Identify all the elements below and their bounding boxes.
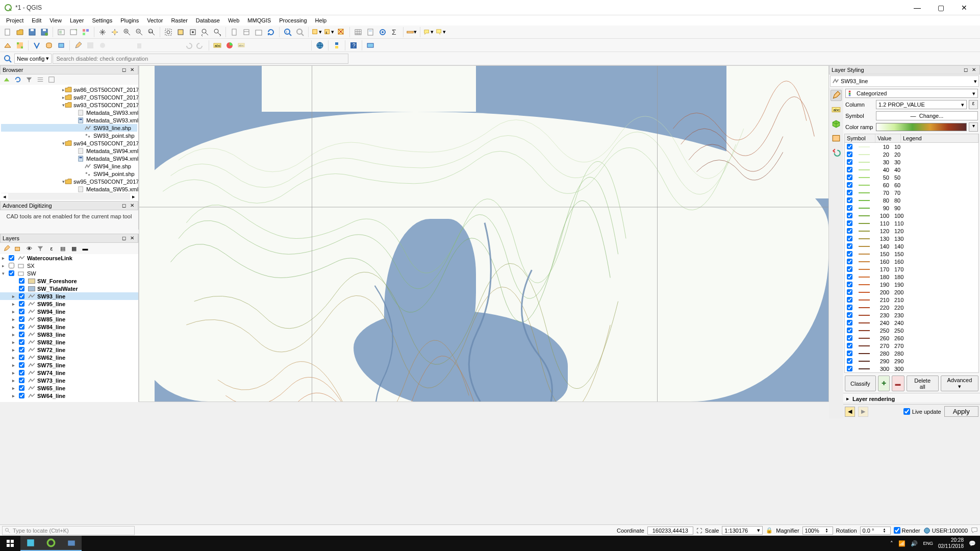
menu-help[interactable]: Help <box>311 16 331 24</box>
advanced-button[interactable]: Advanced ▾ <box>941 375 978 391</box>
category-checkbox[interactable] <box>847 328 852 333</box>
3d-tab-icon[interactable] <box>831 118 842 130</box>
zoom-layer-button[interactable] <box>187 27 198 38</box>
new-bookmark-button[interactable] <box>229 27 240 38</box>
browser-item[interactable]: ▾sw94_OST50CONT_201707 <box>1 139 137 147</box>
messages-button[interactable] <box>971 527 978 535</box>
browser-add-button[interactable] <box>2 75 11 84</box>
layer-filter-button[interactable] <box>36 244 45 253</box>
toggle-editing-button[interactable] <box>72 40 84 51</box>
category-row[interactable]: 280280 <box>845 349 978 357</box>
zoom-native-button[interactable]: 1:1 <box>146 27 157 38</box>
layer-item[interactable]: ▸SW84_line <box>0 323 138 331</box>
category-checkbox[interactable] <box>847 197 852 203</box>
browser-item[interactable]: SW93_point.shp <box>1 132 137 139</box>
category-row[interactable]: 300300 <box>845 365 978 372</box>
label-pin-button[interactable] <box>273 40 284 51</box>
category-row[interactable]: 4040 <box>845 166 978 173</box>
browser-properties-button[interactable] <box>47 75 56 84</box>
category-checkbox[interactable] <box>847 266 852 272</box>
new-spatialite-button[interactable] <box>43 40 55 51</box>
menu-settings[interactable]: Settings <box>88 16 116 24</box>
save-as-button[interactable] <box>39 27 50 38</box>
layer-visibility-checkbox[interactable] <box>19 301 24 307</box>
layer-item[interactable]: ▸SW83_line <box>0 331 138 338</box>
category-row[interactable]: 210210 <box>845 296 978 304</box>
category-row[interactable]: 240240 <box>845 319 978 327</box>
label-change-button[interactable] <box>261 40 272 51</box>
category-row[interactable]: 3030 <box>845 158 978 166</box>
layer-visibility-checkbox[interactable] <box>19 286 24 291</box>
category-checkbox[interactable] <box>847 236 852 241</box>
menu-raster[interactable]: Raster <box>167 16 191 24</box>
category-checkbox[interactable] <box>847 152 852 157</box>
layer-item[interactable]: ▸WatercourseLink <box>0 254 138 262</box>
remove-category-button[interactable]: ▬ <box>892 375 904 391</box>
category-row[interactable]: 200200 <box>845 288 978 296</box>
layout-manager-button[interactable] <box>56 27 67 38</box>
categories-table[interactable]: Symbol Value Legend 10102020303040405050… <box>844 134 979 373</box>
category-row[interactable]: 170170 <box>845 265 978 273</box>
open-project-button[interactable] <box>14 27 26 38</box>
layer-item[interactable]: ▸SW82_line <box>0 338 138 346</box>
category-checkbox[interactable] <box>847 282 852 287</box>
magnifier-field[interactable]: 100%▲▼ <box>802 527 833 535</box>
menu-project[interactable]: Project <box>2 16 28 24</box>
category-checkbox[interactable] <box>847 312 852 318</box>
menu-web[interactable]: Web <box>224 16 243 24</box>
zoom-full-button[interactable] <box>163 27 174 38</box>
undo-button[interactable] <box>183 40 194 51</box>
browser-item[interactable]: Metadata_SW94.xml <box>1 155 137 162</box>
styling-close-button[interactable]: ✕ <box>970 66 977 73</box>
category-row[interactable]: 190190 <box>845 281 978 288</box>
category-row[interactable]: 6060 <box>845 181 978 189</box>
annotation-button[interactable]: ▾ <box>435 27 446 38</box>
browser-item[interactable]: SW93_line.shp <box>1 124 137 132</box>
layer-visibility-checkbox[interactable] <box>9 255 14 261</box>
layer-visibility-checkbox[interactable] <box>19 278 24 284</box>
browser-collapse-button[interactable] <box>36 75 45 84</box>
label-move-button[interactable]: abc <box>236 40 247 51</box>
zoom-next-button[interactable] <box>212 27 223 38</box>
layer-item[interactable]: ▸SW95_line <box>0 300 138 308</box>
category-row[interactable]: 2020 <box>845 151 978 158</box>
category-row[interactable]: 230230 <box>845 311 978 319</box>
save-project-button[interactable] <box>27 27 38 38</box>
category-row[interactable]: 7070 <box>845 189 978 196</box>
layer-visibility-checkbox[interactable] <box>19 309 24 314</box>
taskbar-app-3[interactable] <box>61 536 82 551</box>
layer-visibility-checkbox[interactable] <box>19 339 24 345</box>
menu-vector[interactable]: Vector <box>143 16 167 24</box>
measure-button[interactable]: ▾ <box>406 27 417 38</box>
tray-notifications-icon[interactable]: 💬 <box>969 540 976 547</box>
layer-style-button[interactable] <box>2 244 11 253</box>
category-row[interactable]: 130130 <box>845 235 978 242</box>
select-features-button[interactable]: ▾ <box>311 27 322 38</box>
help-button[interactable]: ? <box>348 40 359 51</box>
processing-toolbox-button[interactable] <box>377 27 388 38</box>
layer-visibility-checkbox[interactable] <box>19 324 24 330</box>
layer-visibility-checkbox[interactable] <box>19 355 24 360</box>
browser-item[interactable]: ▸sw86_OST50CONT_201707 <box>1 86 137 93</box>
start-button[interactable] <box>0 536 20 551</box>
cut-button[interactable] <box>146 40 157 51</box>
cat-head-value[interactable]: Value <box>875 134 901 142</box>
layers-undock-button[interactable]: ◻ <box>120 235 128 242</box>
diagram-button[interactable] <box>224 40 235 51</box>
browser-item[interactable]: Metadata_SW95.xml <box>1 185 137 193</box>
statistics-button[interactable]: Σ <box>389 27 400 38</box>
layer-add-group-button[interactable] <box>13 244 22 253</box>
tray-chevron-icon[interactable]: ˄ <box>890 540 893 547</box>
layer-item[interactable]: SW_Foreshore <box>0 277 138 285</box>
layer-visibility-button[interactable]: 👁 <box>24 244 34 253</box>
add-feature-button[interactable] <box>97 40 108 51</box>
browser-item[interactable]: ▸sw87_OST50CONT_201707 <box>1 93 137 101</box>
cat-head-legend[interactable]: Legend <box>901 134 978 142</box>
category-checkbox[interactable] <box>847 228 852 234</box>
layer-visibility-checkbox[interactable] <box>19 370 24 375</box>
category-checkbox[interactable] <box>847 243 852 249</box>
pan-to-selection-button[interactable] <box>109 27 120 38</box>
coordinate-field[interactable]: 160233,44413 <box>647 527 693 535</box>
layer-collapse-button[interactable]: ▦ <box>69 244 79 253</box>
category-checkbox[interactable] <box>847 205 852 211</box>
